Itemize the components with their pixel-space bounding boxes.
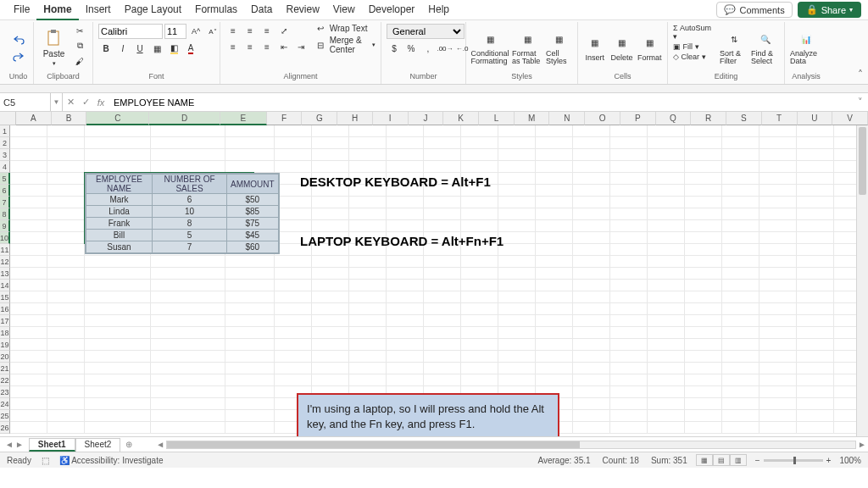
fill-color-button[interactable]: ◧ xyxy=(166,42,181,55)
align-bottom-button[interactable]: ≡ xyxy=(259,24,275,37)
cell[interactable] xyxy=(722,256,760,268)
cell[interactable] xyxy=(47,386,85,398)
cell[interactable] xyxy=(797,125,834,137)
scroll-right-button[interactable]: ► xyxy=(856,440,868,449)
increase-decimal-button[interactable]: .00→ xyxy=(437,42,453,55)
cell[interactable] xyxy=(685,374,722,386)
cell[interactable] xyxy=(536,185,573,197)
cell[interactable] xyxy=(685,244,722,256)
cell[interactable] xyxy=(424,137,461,149)
cell[interactable] xyxy=(610,291,648,303)
menu-tab-view[interactable]: View xyxy=(326,0,362,20)
column-header-B[interactable]: B xyxy=(52,112,87,125)
cell[interactable] xyxy=(797,197,834,208)
cell[interactable] xyxy=(85,280,151,291)
cell[interactable] xyxy=(722,386,760,398)
cell[interactable] xyxy=(498,256,536,268)
cell[interactable] xyxy=(573,339,610,351)
cell[interactable] xyxy=(349,327,387,339)
spreadsheet-grid[interactable]: ABCDEFGHIJKLMNOPQRSTUV 12345678910111213… xyxy=(0,112,868,437)
cell[interactable] xyxy=(722,244,760,256)
zoom-out-button[interactable]: − xyxy=(755,456,760,465)
cell[interactable] xyxy=(275,208,312,220)
cell[interactable] xyxy=(275,256,312,268)
cell[interactable] xyxy=(47,363,85,374)
cell[interactable] xyxy=(722,185,760,197)
cell[interactable] xyxy=(275,125,312,137)
cell[interactable] xyxy=(722,161,760,173)
font-name-select[interactable] xyxy=(98,24,163,39)
increase-font-button[interactable]: A^ xyxy=(188,25,203,38)
row-header-3[interactable]: 3 xyxy=(0,149,10,161)
cell[interactable] xyxy=(722,173,760,185)
sheet-nav-next[interactable]: ► xyxy=(15,440,24,449)
orientation-button[interactable]: ⤢ xyxy=(276,24,292,37)
cell[interactable] xyxy=(387,374,424,386)
fill-button[interactable]: ▣ Fill ▾ xyxy=(673,42,716,51)
cell[interactable] xyxy=(536,149,573,161)
cell[interactable] xyxy=(461,351,498,363)
menu-tab-data[interactable]: Data xyxy=(244,0,279,20)
cell[interactable] xyxy=(610,244,648,256)
cell[interactable] xyxy=(648,339,685,351)
cell[interactable] xyxy=(610,327,648,339)
cell[interactable] xyxy=(151,149,225,161)
row-header-22[interactable]: 22 xyxy=(0,374,10,386)
align-right-button[interactable]: ≡ xyxy=(259,40,275,53)
cell[interactable] xyxy=(797,268,834,280)
cell[interactable] xyxy=(10,422,47,434)
cell[interactable] xyxy=(47,137,85,149)
cell[interactable] xyxy=(387,363,424,374)
row-header-19[interactable]: 19 xyxy=(0,339,10,351)
cell[interactable] xyxy=(85,303,151,315)
cell[interactable] xyxy=(498,161,536,173)
cell[interactable] xyxy=(797,386,834,398)
cell[interactable] xyxy=(722,232,760,244)
cell[interactable] xyxy=(47,291,85,303)
cell[interactable] xyxy=(760,351,797,363)
cell[interactable] xyxy=(387,208,424,220)
cell[interactable] xyxy=(349,303,387,315)
clear-button[interactable]: ◇ Clear ▾ xyxy=(673,53,716,61)
cell[interactable] xyxy=(275,197,312,208)
cell[interactable] xyxy=(797,374,834,386)
cell[interactable] xyxy=(797,137,834,149)
cell[interactable] xyxy=(498,374,536,386)
cell[interactable] xyxy=(10,256,47,268)
cell[interactable] xyxy=(573,173,610,185)
cell[interactable] xyxy=(722,197,760,208)
cell[interactable] xyxy=(47,197,85,208)
cell[interactable] xyxy=(760,185,797,197)
cell[interactable] xyxy=(498,232,536,244)
cell[interactable] xyxy=(760,256,797,268)
cell[interactable] xyxy=(722,208,760,220)
align-top-button[interactable]: ≡ xyxy=(225,24,241,37)
cell[interactable] xyxy=(722,327,760,339)
cell[interactable] xyxy=(47,374,85,386)
cell[interactable] xyxy=(424,256,461,268)
cell[interactable] xyxy=(685,208,722,220)
column-header-C[interactable]: C xyxy=(86,112,149,125)
cell[interactable] xyxy=(275,280,312,291)
cell[interactable] xyxy=(573,149,610,161)
cell[interactable] xyxy=(275,363,312,374)
cell[interactable] xyxy=(760,410,797,422)
name-box[interactable]: C5 xyxy=(0,93,51,111)
cell[interactable] xyxy=(10,244,47,256)
cell[interactable] xyxy=(648,256,685,268)
cell[interactable] xyxy=(760,422,797,434)
row-header-14[interactable]: 14 xyxy=(0,280,10,291)
wrap-text-button[interactable]: ↩ Wrap Text xyxy=(317,24,376,33)
cell[interactable] xyxy=(225,161,275,173)
cell[interactable] xyxy=(722,220,760,232)
cell[interactable] xyxy=(722,351,760,363)
accounting-button[interactable]: $ xyxy=(387,42,402,55)
cell[interactable] xyxy=(498,125,536,137)
cell[interactable] xyxy=(85,351,151,363)
cell[interactable] xyxy=(498,327,536,339)
cell[interactable] xyxy=(648,244,685,256)
cell[interactable] xyxy=(47,256,85,268)
cell[interactable] xyxy=(573,232,610,244)
cell[interactable] xyxy=(610,398,648,410)
column-header-P[interactable]: P xyxy=(620,112,656,125)
